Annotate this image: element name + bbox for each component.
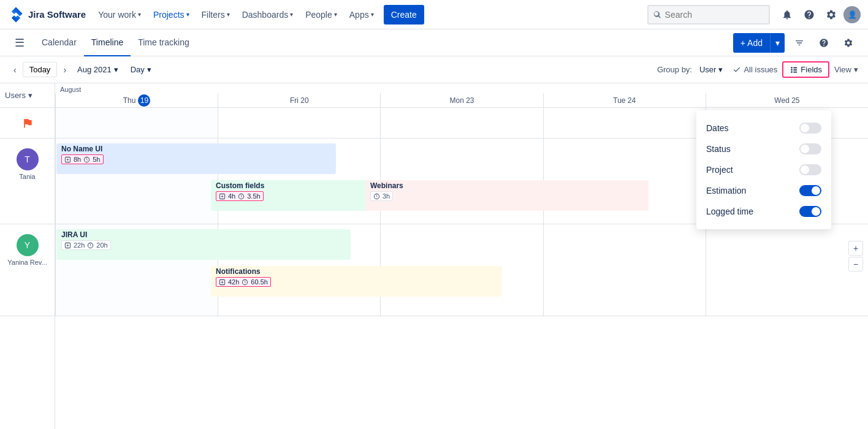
bar-title-jira-ui: JIRA UI: [61, 230, 87, 239]
nav-your-work[interactable]: Your work ▾: [93, 0, 146, 29]
tab-calendar[interactable]: Calendar: [34, 29, 84, 56]
clock-icon2: [238, 193, 245, 200]
toolbar-right: Group by: User ▾ All issues Fields View …: [657, 61, 858, 78]
add-button-main[interactable]: + Add: [733, 38, 770, 48]
yanina-name: Yanina Rev...: [7, 259, 47, 266]
collapse-sidebar-button[interactable]: ☰: [10, 33, 29, 53]
jira-ui-logged: 20h: [96, 241, 107, 249]
user-avatar[interactable]: 👤: [843, 6, 861, 23]
custom-fields-logged: 3.5h: [247, 192, 260, 200]
user-column: Users ▾ T Tania Y Yanina Rev...: [0, 83, 55, 429]
search-bar[interactable]: [647, 5, 770, 25]
grid-cell-fri-flag: [218, 108, 380, 138]
fields-icon: [790, 66, 798, 74]
grid-cell-mon-flag: [380, 108, 542, 138]
nav-icons: 👤: [777, 5, 861, 25]
bar-title-webinars: Webinars: [370, 181, 403, 190]
help-circle-icon-button[interactable]: [814, 33, 834, 53]
notifications-icon-button[interactable]: [777, 5, 797, 25]
help-icon: [804, 9, 815, 20]
group-by-dropdown[interactable]: User ▾: [695, 63, 728, 77]
nav-projects[interactable]: Projects ▾: [148, 0, 194, 29]
fields-popup: Dates Status Project Estimation Logged t…: [696, 110, 831, 229]
bar-webinars-tania[interactable]: Webinars 3h: [365, 180, 649, 211]
filter-icon-button[interactable]: [790, 33, 809, 53]
view-dropdown-button[interactable]: Day ▾: [126, 63, 156, 77]
view-label: Day: [131, 65, 145, 74]
fields-project-row: Project: [696, 159, 831, 180]
tab-time-tracking[interactable]: Time tracking: [131, 29, 197, 56]
svg-point-2: [791, 71, 793, 73]
logged-time-toggle[interactable]: [799, 206, 821, 217]
dates-toggle-thumb: [801, 124, 809, 132]
day-headers: Thu 19 Fri 20 Mon 23 Tue 24 Wed 25: [55, 83, 868, 108]
day-wed25: Wed 25: [706, 93, 868, 108]
grid-cell-thu-flag: [55, 108, 218, 138]
clock-icon3: [373, 193, 380, 200]
add-button-group[interactable]: + Add ▾: [733, 33, 785, 53]
estimation-toggle[interactable]: [799, 185, 821, 196]
create-button[interactable]: Create: [384, 5, 424, 25]
date-range-button[interactable]: Aug 2021 ▾: [72, 63, 123, 77]
logged-time-label: Logged time: [706, 207, 753, 216]
nav-filters[interactable]: Filters ▾: [197, 0, 235, 29]
bar-jira-ui[interactable]: JIRA UI 22h 20h: [56, 229, 351, 260]
projects-chevron-icon: ▾: [186, 11, 189, 18]
dates-toggle[interactable]: [799, 123, 821, 134]
group-by-chevron-icon: ▾: [718, 65, 723, 74]
project-toggle[interactable]: [799, 164, 821, 175]
next-button[interactable]: ›: [59, 63, 70, 77]
top-nav: Jira Software Your work ▾ Projects ▾ Fil…: [0, 0, 868, 29]
estimation-icon3: [64, 242, 71, 249]
nav-apps[interactable]: Apps ▾: [345, 0, 379, 29]
view-options-button[interactable]: View ▾: [834, 65, 858, 74]
zoom-out-button[interactable]: −: [848, 257, 863, 271]
clock-icon: [83, 156, 90, 163]
notifications-est: 42h: [228, 278, 239, 286]
bar-notifications[interactable]: Notifications 42h 60.5h: [211, 266, 502, 297]
tab-timeline[interactable]: Timeline: [84, 29, 131, 56]
users-chevron-icon: ▾: [28, 91, 32, 100]
logged-time-toggle-thumb: [812, 207, 820, 216]
estimation-icon2: [219, 193, 226, 200]
clock-icon5: [242, 279, 248, 286]
logo-text: Jira Software: [28, 9, 86, 20]
jira-ui-est: 22h: [74, 241, 85, 249]
thu-label: Thu: [123, 96, 136, 105]
settings-icon-button[interactable]: [821, 5, 841, 25]
settings-sub-icon-button[interactable]: [839, 33, 858, 53]
users-dropdown[interactable]: Users ▾: [5, 91, 32, 100]
project-label: Project: [706, 165, 733, 175]
nav-people[interactable]: People ▾: [300, 0, 342, 29]
main-content: Users ▾ T Tania Y Yanina Rev... A: [0, 83, 868, 429]
user-row-tania: T Tania: [0, 139, 55, 224]
bar-no-name-ui[interactable]: No Name UI 8h 5h: [56, 143, 336, 174]
search-icon: [653, 10, 661, 19]
logo[interactable]: Jira Software: [7, 6, 86, 23]
grid-header: August Thu 19 Fri 20 Mon 23 Tue 24: [55, 83, 868, 108]
zoom-controls: + −: [848, 241, 863, 271]
date-chevron-icon: ▾: [114, 65, 118, 74]
bar-title-notifications: Notifications: [216, 267, 261, 276]
filter-icon: [794, 38, 804, 48]
question-icon: [819, 38, 829, 48]
prev-button[interactable]: ‹: [10, 63, 20, 77]
gear-icon: [826, 9, 837, 20]
status-toggle[interactable]: [799, 143, 821, 154]
fields-button[interactable]: Fields: [782, 61, 829, 78]
bar-title-no-name-ui: No Name UI: [61, 145, 102, 153]
date-range-label: Aug 2021: [77, 65, 112, 74]
estimation-toggle-thumb: [812, 186, 820, 195]
fields-logged-time-row: Logged time: [696, 201, 831, 222]
sub-nav: ☰ Calendar Timeline Time tracking + Add …: [0, 29, 868, 56]
help-icon-button[interactable]: [799, 5, 819, 25]
zoom-in-button[interactable]: +: [848, 241, 863, 256]
all-issues-button[interactable]: All issues: [733, 65, 777, 74]
search-input[interactable]: [665, 10, 764, 20]
svg-rect-4: [793, 69, 797, 70]
add-button-arrow[interactable]: ▾: [770, 33, 785, 53]
settings-icon: [843, 38, 853, 48]
estimation-label: Estimation: [706, 186, 746, 196]
nav-dashboards[interactable]: Dashboards ▾: [237, 0, 299, 29]
today-button[interactable]: Today: [23, 62, 58, 77]
